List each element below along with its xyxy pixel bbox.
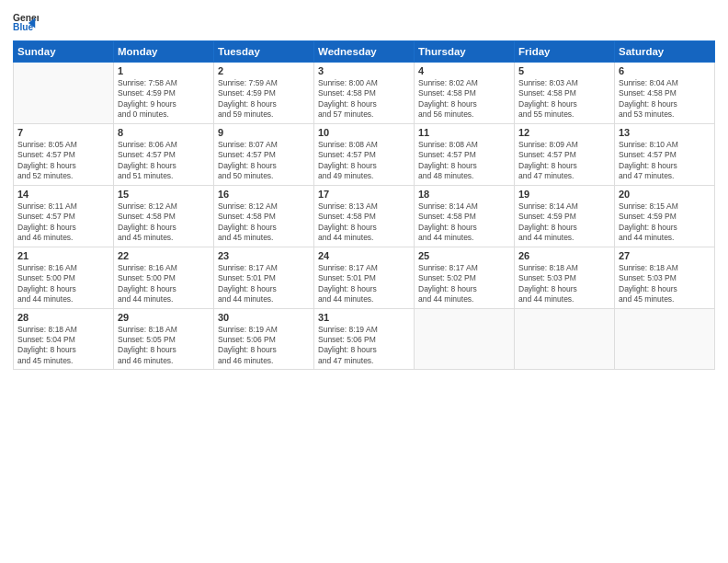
day-info: Sunrise: 8:17 AM Sunset: 5:01 PM Dayligh… [318, 263, 410, 305]
calendar-cell: 4Sunrise: 8:02 AM Sunset: 4:58 PM Daylig… [415, 63, 515, 124]
day-info: Sunrise: 7:59 AM Sunset: 4:59 PM Dayligh… [218, 78, 310, 121]
calendar-cell [515, 308, 615, 370]
day-info: Sunrise: 8:17 AM Sunset: 5:01 PM Dayligh… [218, 263, 310, 305]
calendar-cell: 25Sunrise: 8:17 AM Sunset: 5:02 PM Dayli… [415, 247, 515, 308]
calendar-week-1: 1Sunrise: 7:58 AM Sunset: 4:59 PM Daylig… [14, 63, 715, 124]
day-info: Sunrise: 8:00 AM Sunset: 4:58 PM Dayligh… [318, 78, 410, 121]
day-number: 24 [318, 250, 410, 261]
day-info: Sunrise: 8:03 AM Sunset: 4:58 PM Dayligh… [518, 78, 610, 121]
calendar-cell: 31Sunrise: 8:19 AM Sunset: 5:06 PM Dayli… [314, 308, 415, 370]
day-number: 17 [318, 189, 410, 200]
header-sunday: Sunday [14, 41, 114, 63]
day-info: Sunrise: 8:18 AM Sunset: 5:03 PM Dayligh… [518, 263, 610, 305]
day-info: Sunrise: 8:19 AM Sunset: 5:06 PM Dayligh… [318, 325, 410, 367]
calendar-cell [415, 308, 515, 370]
calendar-cell: 3Sunrise: 8:00 AM Sunset: 4:58 PM Daylig… [314, 63, 415, 124]
day-number: 18 [418, 189, 510, 200]
day-number: 19 [518, 189, 610, 200]
day-info: Sunrise: 8:14 AM Sunset: 4:59 PM Dayligh… [518, 201, 610, 244]
calendar-week-4: 21Sunrise: 8:16 AM Sunset: 5:00 PM Dayli… [14, 247, 715, 308]
day-info: Sunrise: 8:06 AM Sunset: 4:57 PM Dayligh… [118, 140, 210, 182]
calendar-table: SundayMondayTuesdayWednesdayThursdayFrid… [13, 40, 715, 370]
calendar-cell: 28Sunrise: 8:18 AM Sunset: 5:04 PM Dayli… [14, 308, 114, 370]
day-info: Sunrise: 8:07 AM Sunset: 4:57 PM Dayligh… [218, 140, 310, 182]
day-number: 31 [318, 312, 410, 323]
day-info: Sunrise: 8:08 AM Sunset: 4:57 PM Dayligh… [418, 140, 510, 182]
day-info: Sunrise: 8:12 AM Sunset: 4:58 PM Dayligh… [118, 201, 210, 244]
logo: General Blue [13, 9, 42, 35]
calendar-cell [14, 63, 114, 124]
calendar-cell: 1Sunrise: 7:58 AM Sunset: 4:59 PM Daylig… [114, 63, 214, 124]
day-info: Sunrise: 8:14 AM Sunset: 4:58 PM Dayligh… [418, 201, 510, 244]
header-thursday: Thursday [415, 41, 515, 63]
day-info: Sunrise: 7:58 AM Sunset: 4:59 PM Dayligh… [118, 78, 210, 121]
calendar-cell: 21Sunrise: 8:16 AM Sunset: 5:00 PM Dayli… [14, 247, 114, 308]
page-header: General Blue [13, 9, 715, 35]
day-info: Sunrise: 8:18 AM Sunset: 5:04 PM Dayligh… [17, 325, 109, 367]
calendar-cell: 6Sunrise: 8:04 AM Sunset: 4:58 PM Daylig… [615, 63, 715, 124]
calendar-cell: 13Sunrise: 8:10 AM Sunset: 4:57 PM Dayli… [615, 123, 715, 185]
day-number: 25 [418, 250, 510, 261]
calendar-cell: 30Sunrise: 8:19 AM Sunset: 5:06 PM Dayli… [214, 308, 314, 370]
day-number: 15 [118, 189, 210, 200]
calendar-cell: 7Sunrise: 8:05 AM Sunset: 4:57 PM Daylig… [14, 123, 114, 185]
day-number: 7 [17, 127, 109, 138]
calendar-cell: 26Sunrise: 8:18 AM Sunset: 5:03 PM Dayli… [515, 247, 615, 308]
calendar-cell: 24Sunrise: 8:17 AM Sunset: 5:01 PM Dayli… [314, 247, 415, 308]
calendar-cell: 9Sunrise: 8:07 AM Sunset: 4:57 PM Daylig… [214, 123, 314, 185]
day-number: 2 [218, 65, 310, 76]
calendar-cell: 14Sunrise: 8:11 AM Sunset: 4:57 PM Dayli… [14, 185, 114, 247]
header-friday: Friday [515, 41, 615, 63]
calendar-cell: 15Sunrise: 8:12 AM Sunset: 4:58 PM Dayli… [114, 185, 214, 247]
calendar-cell: 18Sunrise: 8:14 AM Sunset: 4:58 PM Dayli… [415, 185, 515, 247]
day-number: 4 [418, 65, 510, 76]
calendar-cell: 5Sunrise: 8:03 AM Sunset: 4:58 PM Daylig… [515, 63, 615, 124]
day-info: Sunrise: 8:15 AM Sunset: 4:59 PM Dayligh… [619, 201, 711, 244]
day-number: 14 [17, 189, 109, 200]
day-number: 27 [619, 250, 711, 261]
calendar-header-row: SundayMondayTuesdayWednesdayThursdayFrid… [14, 41, 715, 63]
calendar-week-2: 7Sunrise: 8:05 AM Sunset: 4:57 PM Daylig… [14, 123, 715, 185]
svg-text:Blue: Blue [13, 22, 34, 32]
calendar-cell: 23Sunrise: 8:17 AM Sunset: 5:01 PM Dayli… [214, 247, 314, 308]
day-number: 26 [518, 250, 610, 261]
calendar-cell: 29Sunrise: 8:18 AM Sunset: 5:05 PM Dayli… [114, 308, 214, 370]
calendar-week-3: 14Sunrise: 8:11 AM Sunset: 4:57 PM Dayli… [14, 185, 715, 247]
calendar-cell: 11Sunrise: 8:08 AM Sunset: 4:57 PM Dayli… [415, 123, 515, 185]
header-wednesday: Wednesday [314, 41, 415, 63]
day-info: Sunrise: 8:04 AM Sunset: 4:58 PM Dayligh… [619, 78, 711, 121]
day-number: 20 [619, 189, 711, 200]
calendar-cell: 22Sunrise: 8:16 AM Sunset: 5:00 PM Dayli… [114, 247, 214, 308]
day-number: 16 [218, 189, 310, 200]
calendar-cell: 10Sunrise: 8:08 AM Sunset: 4:57 PM Dayli… [314, 123, 415, 185]
day-number: 30 [218, 312, 310, 323]
day-number: 11 [418, 127, 510, 138]
day-number: 5 [518, 65, 610, 76]
day-number: 10 [318, 127, 410, 138]
day-number: 23 [218, 250, 310, 261]
calendar-week-5: 28Sunrise: 8:18 AM Sunset: 5:04 PM Dayli… [14, 308, 715, 370]
calendar-cell: 17Sunrise: 8:13 AM Sunset: 4:58 PM Dayli… [314, 185, 415, 247]
calendar-cell: 20Sunrise: 8:15 AM Sunset: 4:59 PM Dayli… [615, 185, 715, 247]
logo-icon: General Blue [13, 9, 39, 35]
calendar-cell: 8Sunrise: 8:06 AM Sunset: 4:57 PM Daylig… [114, 123, 214, 185]
header-saturday: Saturday [615, 41, 715, 63]
day-number: 13 [619, 127, 711, 138]
day-info: Sunrise: 8:17 AM Sunset: 5:02 PM Dayligh… [418, 263, 510, 305]
day-info: Sunrise: 8:02 AM Sunset: 4:58 PM Dayligh… [418, 78, 510, 121]
calendar-cell: 12Sunrise: 8:09 AM Sunset: 4:57 PM Dayli… [515, 123, 615, 185]
calendar-cell: 16Sunrise: 8:12 AM Sunset: 4:58 PM Dayli… [214, 185, 314, 247]
day-number: 21 [17, 250, 109, 261]
calendar-cell: 19Sunrise: 8:14 AM Sunset: 4:59 PM Dayli… [515, 185, 615, 247]
day-info: Sunrise: 8:12 AM Sunset: 4:58 PM Dayligh… [218, 201, 310, 244]
day-number: 9 [218, 127, 310, 138]
day-number: 8 [118, 127, 210, 138]
day-info: Sunrise: 8:10 AM Sunset: 4:57 PM Dayligh… [619, 140, 711, 182]
calendar-cell: 27Sunrise: 8:18 AM Sunset: 5:03 PM Dayli… [615, 247, 715, 308]
day-number: 6 [619, 65, 711, 76]
day-number: 29 [118, 312, 210, 323]
header-tuesday: Tuesday [214, 41, 314, 63]
day-number: 3 [318, 65, 410, 76]
day-number: 12 [518, 127, 610, 138]
calendar-cell: 2Sunrise: 7:59 AM Sunset: 4:59 PM Daylig… [214, 63, 314, 124]
